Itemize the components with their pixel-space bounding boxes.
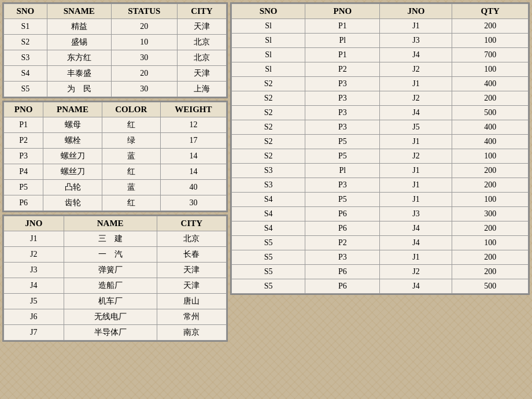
table-cell: 精益	[47, 19, 111, 35]
table-cell: 北京	[177, 50, 226, 66]
table-row: S2P5J1400	[232, 135, 529, 149]
table-cell: J4	[380, 48, 452, 62]
table-cell: 东方红	[47, 50, 111, 66]
table-cell: 螺栓	[43, 133, 102, 149]
table-row: J7半导体厂南京	[4, 325, 227, 341]
table-cell: J1	[380, 164, 452, 178]
table-cell: J2	[380, 265, 452, 279]
table-cell: 螺丝刀	[43, 149, 102, 164]
table-cell: 40	[160, 180, 226, 195]
table-cell: 机车厂	[64, 294, 157, 309]
table-cell: 盛锡	[47, 35, 111, 50]
spj-table-container: SNOPNOJNOQTY SlP1J1200SlPlJ3100SlP1J4700…	[230, 2, 530, 295]
table-cell: Sl	[232, 48, 305, 62]
table-cell: 红	[102, 164, 160, 180]
table-row: S2P3J4500	[232, 106, 529, 120]
table-row: S2P3J1400	[232, 77, 529, 91]
table-cell: 30	[111, 50, 177, 66]
table-row: SlPlJ3100	[232, 34, 529, 48]
table-cell: S2	[232, 135, 305, 149]
table-cell: S2	[232, 77, 305, 91]
table-row: P5凸轮蓝40	[4, 180, 227, 195]
column-header: SNO	[232, 4, 305, 19]
table-row: S4丰泰盛20天津	[4, 66, 227, 82]
table-cell: 红	[102, 195, 160, 211]
table-cell: J3	[4, 263, 64, 278]
table-cell: P3	[305, 91, 380, 106]
table-row: S2P5J2100	[232, 149, 529, 164]
table-cell: 一 汽	[64, 247, 157, 263]
table-row: P1螺母红12	[4, 117, 227, 133]
table-cell: 200	[452, 164, 529, 178]
right-panel: SNOPNOJNOQTY SlP1J1200SlPlJ3100SlP1J4700…	[230, 2, 530, 295]
column-header: CITY	[157, 216, 226, 231]
table-cell: J3	[380, 34, 452, 48]
table-cell: P3	[305, 106, 380, 120]
table-row: P3螺丝刀蓝14	[4, 149, 227, 164]
table-cell: 14	[160, 164, 226, 180]
table-cell: P1	[4, 117, 43, 133]
column-header: PNO	[305, 4, 380, 19]
table-row: S4P5J1100	[232, 193, 529, 207]
table-row: S1精益20天津	[4, 19, 227, 35]
table-row: S2盛锡10北京	[4, 35, 227, 50]
table-cell: 北京	[157, 231, 226, 247]
table-cell: J1	[380, 178, 452, 193]
table-row: S3PlJ1200	[232, 164, 529, 178]
table-cell: S5	[232, 279, 305, 294]
table-cell: 100	[452, 149, 529, 164]
table-cell: S3	[232, 178, 305, 193]
column-header: NAME	[64, 216, 157, 231]
table-cell: P3	[305, 120, 380, 135]
table-cell: P3	[305, 77, 380, 91]
column-header: PNAME	[43, 102, 102, 117]
column-header: JNO	[380, 4, 452, 19]
table-cell: 蓝	[102, 149, 160, 164]
table-cell: 200	[452, 91, 529, 106]
table-cell: 10	[111, 35, 177, 50]
table-cell: J4	[380, 279, 452, 294]
table-row: S3东方红30北京	[4, 50, 227, 66]
table-cell: 200	[452, 19, 529, 34]
table-cell: Sl	[232, 19, 305, 34]
table-cell: 400	[452, 120, 529, 135]
table-cell: Sl	[232, 62, 305, 77]
table-cell: 无线电厂	[64, 309, 157, 325]
table-row: J6无线电厂常州	[4, 309, 227, 325]
table-cell: 200	[452, 265, 529, 279]
table-cell: J1	[380, 77, 452, 91]
table-cell: 400	[452, 77, 529, 91]
table-cell: 上海	[177, 82, 226, 97]
table-cell: 200	[452, 221, 529, 236]
table-cell: 半导体厂	[64, 325, 157, 341]
table-cell: 500	[452, 279, 529, 294]
table-cell: P5	[305, 135, 380, 149]
table-cell: S4	[232, 207, 305, 221]
table-cell: 30	[111, 82, 177, 97]
table-cell: S3	[232, 164, 305, 178]
parts-table-container: PNOPNAMECOLORWEIGHT P1螺母红12P2螺栓绿17P3螺丝刀蓝…	[2, 101, 228, 212]
table-cell: S4	[232, 193, 305, 207]
column-header: SNO	[4, 4, 47, 19]
table-cell: 螺母	[43, 117, 102, 133]
table-cell: 100	[452, 236, 529, 250]
table-row: SlP1J4700	[232, 48, 529, 62]
table-row: J4造船厂天津	[4, 278, 227, 294]
table-row: SlP2J2100	[232, 62, 529, 77]
table-cell: 南京	[157, 325, 226, 341]
table-cell: P1	[305, 48, 380, 62]
table-cell: 17	[160, 133, 226, 149]
table-cell: P6	[305, 207, 380, 221]
table-cell: J4	[4, 278, 64, 294]
table-cell: 天津	[177, 19, 226, 35]
table-row: S5为 民30上海	[4, 82, 227, 97]
table-cell: J7	[4, 325, 64, 341]
table-cell: Pl	[305, 34, 380, 48]
table-cell: P4	[4, 164, 43, 180]
table-cell: 12	[160, 117, 226, 133]
table-row: S5P6J2200	[232, 265, 529, 279]
table-cell: 唐山	[157, 294, 226, 309]
column-header: JNO	[4, 216, 64, 231]
table-row: S3P3J1200	[232, 178, 529, 193]
table-cell: P2	[305, 62, 380, 77]
